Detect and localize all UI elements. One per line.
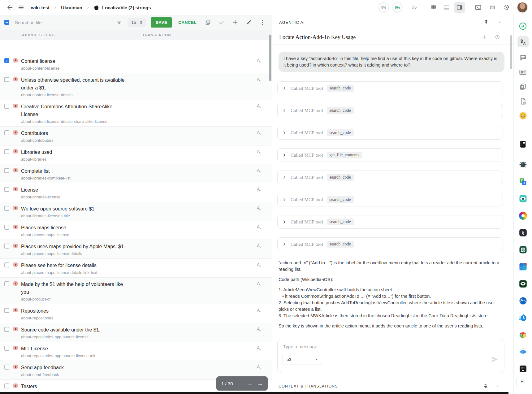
translate-check-icon[interactable]: A✓ [257, 281, 262, 286]
tool-call-card[interactable]: Called MCP toolsearch_code [277, 237, 503, 251]
right-scrollbar[interactable] [510, 35, 512, 69]
view-bottom-panel-icon[interactable] [441, 2, 452, 13]
translate-check-icon[interactable]: A✓ [257, 225, 262, 229]
cancel-button[interactable]: CANCEL [175, 17, 200, 28]
gauge-app-icon[interactable] [519, 297, 527, 305]
select-all-checkbox[interactable] [4, 20, 9, 25]
message-input[interactable] [283, 344, 457, 349]
row-checkbox[interactable] [4, 383, 9, 388]
table-row[interactable]: MIT Licenseabout-repositories-app-source… [0, 342, 272, 361]
expand-chevron-icon[interactable] [282, 86, 287, 91]
table-row[interactable]: Contributorsabout-contributorsA✓ [0, 127, 272, 145]
keyboard-export-app-icon[interactable] [519, 365, 527, 373]
menu-icon[interactable] [15, 2, 27, 13]
gear-icon[interactable] [501, 2, 512, 13]
collapse-panel-chevron-icon[interactable] [497, 19, 502, 25]
translate-check-icon[interactable]: A✓ [257, 77, 262, 81]
terminal-icon[interactable] [473, 2, 484, 13]
row-checkbox[interactable] [4, 225, 9, 230]
check-icon[interactable] [216, 17, 227, 28]
expand-chevron-icon[interactable] [282, 175, 287, 180]
row-checkbox[interactable] [4, 327, 9, 332]
keyboard-icon[interactable] [487, 2, 498, 13]
table-row[interactable]: Please see here for license detailsabout… [0, 259, 272, 278]
review-eye-app-icon[interactable] [519, 279, 527, 288]
translate-check-icon[interactable]: A✓ [257, 149, 262, 154]
edit-pencil-icon[interactable] [244, 17, 254, 28]
tool-call-card[interactable]: Called MCP toolsearch_code [277, 81, 503, 95]
translate-check-icon[interactable]: A✓ [257, 327, 262, 331]
table-row[interactable]: Unless otherwise specified, content is a… [0, 73, 272, 100]
notes-app-icon[interactable] [519, 245, 527, 254]
table-row[interactable]: Complete listabout-libraries-complete-li… [0, 164, 272, 183]
expand-chevron-icon[interactable] [282, 197, 287, 202]
glossary-books-icon[interactable] [519, 82, 527, 91]
tool-call-card[interactable]: Called MCP toolsearch_code [277, 215, 503, 229]
duplicate-icon[interactable] [203, 17, 213, 28]
context-translations-bar[interactable]: CONTEXT & TRANSLATIONS [272, 378, 513, 394]
model-selector[interactable]: o3 ▲ [283, 354, 322, 365]
back-icon[interactable] [4, 2, 15, 13]
row-checkbox[interactable] [4, 281, 9, 286]
section-sign-app-icon[interactable]: § [519, 228, 527, 237]
translator-app-icon[interactable]: A [519, 177, 527, 186]
table-row[interactable]: We love open source software $1about-lib… [0, 202, 272, 221]
dictionary-app-icon[interactable] [519, 140, 527, 149]
machine-translation-icon[interactable]: A [517, 36, 529, 47]
tool-call-card[interactable]: Called MCP toolsearch_code [277, 193, 503, 206]
translate-check-icon[interactable]: A✓ [257, 168, 262, 172]
row-checkbox[interactable] [4, 130, 9, 135]
row-checkbox[interactable] [4, 149, 9, 154]
timer-app-icon[interactable] [519, 314, 527, 322]
eye-app-icon[interactable] [519, 194, 527, 203]
send-icon[interactable] [491, 355, 499, 363]
unpin-icon[interactable] [482, 383, 489, 389]
row-checkbox[interactable] [4, 187, 9, 192]
table-row[interactable]: Creative Commons Attribution-ShareAlike … [0, 100, 272, 127]
search-input[interactable] [14, 19, 111, 25]
row-checkbox[interactable] [4, 244, 9, 249]
translate-check-icon[interactable]: A✓ [257, 104, 262, 108]
translate-check-icon[interactable]: A✓ [257, 187, 262, 191]
translate-check-icon[interactable]: A✓ [257, 130, 262, 135]
expand-chevron-icon[interactable] [282, 242, 287, 247]
media-eye-app-icon[interactable] [519, 348, 527, 356]
tool-call-card[interactable]: Called MCP toolsearch_code [277, 126, 503, 140]
breadcrumb-item[interactable]: Ukrainian [61, 5, 82, 10]
row-checkbox[interactable] [4, 58, 9, 63]
translate-check-icon[interactable]: A✓ [257, 58, 262, 63]
pixel-app-icon[interactable] [519, 262, 527, 271]
context-card-icon[interactable] [519, 68, 527, 76]
next-page-icon[interactable]: → [257, 380, 263, 387]
table-row[interactable]: Repositoriesabout-repositoriesA✓ [0, 304, 272, 323]
filter-icon[interactable] [114, 17, 124, 28]
expand-chevron-icon[interactable] [282, 108, 287, 113]
table-row[interactable]: Content licenseabout-content-licenseA✓ [0, 54, 272, 73]
more-icon[interactable]: ⋮ [257, 17, 268, 28]
expand-chevron-icon[interactable] [282, 130, 287, 135]
table-row[interactable]: Libraries usedabout-librariesA✓ [0, 145, 272, 164]
table-row[interactable]: Places maps licenseabout-places-maps-lic… [0, 221, 272, 240]
table-row[interactable]: Places uses maps provided by Apple Maps.… [0, 240, 272, 259]
view-right-panel-icon[interactable] [454, 2, 465, 13]
translate-check-icon[interactable]: A✓ [257, 346, 262, 350]
breadcrumb-item[interactable]: Localizable (2).strings [94, 5, 151, 11]
table-row[interactable]: Made by the $1 with the help of voluntee… [0, 278, 272, 304]
tool-call-card[interactable]: Called MCP toolsearch_code [277, 171, 503, 184]
history-icon[interactable] [494, 34, 500, 40]
file-info-icon[interactable] [519, 97, 527, 106]
translate-check-icon[interactable]: A✓ [257, 308, 262, 312]
expand-chevron-icon[interactable] [282, 153, 287, 158]
translate-check-icon[interactable]: A✓ [257, 244, 262, 248]
row-checkbox[interactable] [4, 168, 9, 173]
rubiks-cube-app-icon[interactable] [519, 331, 527, 339]
row-checkbox[interactable] [4, 262, 9, 267]
edit-list-icon[interactable] [409, 2, 420, 13]
table-row[interactable]: Licenseabout-libraries-licenseA✓ [0, 183, 272, 202]
tool-call-card[interactable]: Called MCP toolget_file_contents [277, 148, 503, 162]
agent-launcher-icon[interactable] [519, 22, 527, 30]
save-button[interactable]: SAVE [151, 17, 172, 28]
translate-check-icon[interactable]: A✓ [257, 206, 262, 210]
add-icon[interactable] [230, 17, 240, 28]
mine-app-icon[interactable] [519, 160, 527, 169]
